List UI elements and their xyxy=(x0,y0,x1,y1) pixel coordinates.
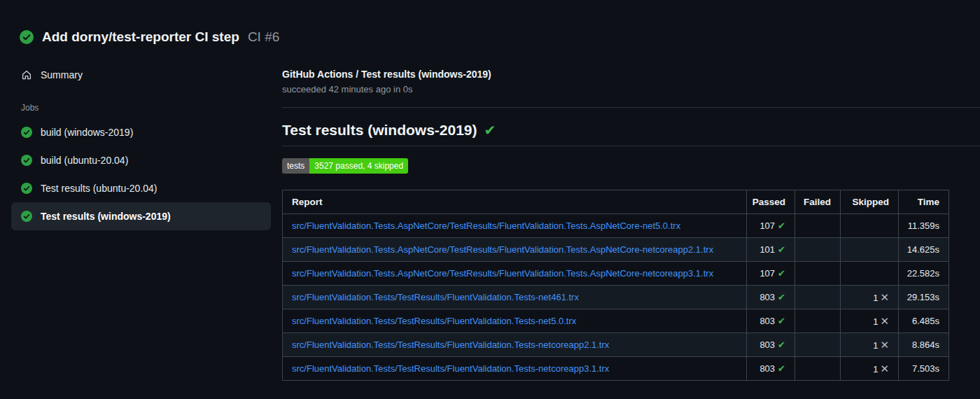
column-header-skipped: Skipped xyxy=(841,190,899,214)
table-row: src/FluentValidation.Tests/TestResults/F… xyxy=(283,357,949,381)
passed-count: 803 xyxy=(760,292,775,302)
sidebar-item-build-ubuntu-20-04[interactable]: build (ubuntu-20.04) xyxy=(11,146,271,174)
table-row: src/FluentValidation.Tests.AspNetCore/Te… xyxy=(283,214,949,238)
run-header: Add dorny/test-reporter CI step CI #6 xyxy=(0,0,980,52)
passed-check-icon: ✔ xyxy=(778,292,785,302)
passed-cell: 101✔ xyxy=(747,238,795,262)
tests-badge-label: tests xyxy=(282,158,309,174)
failed-cell xyxy=(795,357,841,381)
passed-count: 107 xyxy=(760,220,775,231)
passed-check-icon: ✔ xyxy=(778,220,785,231)
skipped-x-icon: ✕ xyxy=(880,315,889,327)
divider xyxy=(282,107,980,108)
sidebar-item-label: Summary xyxy=(41,69,83,80)
skipped-count: 1 xyxy=(873,364,878,374)
home-icon xyxy=(21,69,32,80)
time-cell: 11.359s xyxy=(899,214,949,238)
workflow-run-title: Add dorny/test-reporter CI step xyxy=(42,29,239,45)
passed-count: 101 xyxy=(760,244,775,255)
failed-cell xyxy=(795,333,841,357)
passed-check-icon: ✔ xyxy=(778,316,785,326)
report-heading: Test results (windows-2019) ✔ xyxy=(282,122,980,146)
report-heading-title: Test results (windows-2019) xyxy=(282,122,477,139)
passed-cell: 107✔ xyxy=(747,262,795,286)
tests-badge-value: 3527 passed, 4 skipped xyxy=(309,158,408,174)
skipped-x-icon: ✕ xyxy=(880,363,889,374)
job-title: GitHub Actions / Test results (windows-2… xyxy=(282,69,948,80)
failed-cell xyxy=(795,262,841,286)
sidebar-item-test-results-ubuntu-20-04[interactable]: Test results (ubuntu-20.04) xyxy=(11,174,271,202)
main-content: GitHub Actions / Test results (windows-2… xyxy=(282,52,980,381)
failed-cell xyxy=(795,238,841,262)
success-check-circle-icon xyxy=(21,211,32,222)
passed-count: 803 xyxy=(760,316,775,326)
report-link[interactable]: src/FluentValidation.Tests/TestResults/F… xyxy=(292,292,579,302)
passed-cell: 803✔ xyxy=(747,333,795,357)
passed-count: 803 xyxy=(760,340,775,350)
report-cell: src/FluentValidation.Tests/TestResults/F… xyxy=(283,357,747,381)
passed-cell: 803✔ xyxy=(747,309,795,333)
passed-cell: 107✔ xyxy=(747,214,795,238)
passed-check-icon: ✔ xyxy=(778,244,785,255)
skipped-cell: 1✕ xyxy=(841,333,899,357)
workflow-run-number: CI #6 xyxy=(248,29,279,45)
time-cell: 8.864s xyxy=(899,333,949,357)
skipped-cell: 1✕ xyxy=(841,309,899,333)
jobs-section-label: Jobs xyxy=(0,97,282,118)
skipped-count: 1 xyxy=(873,316,878,327)
report-cell: src/FluentValidation.Tests.AspNetCore/Te… xyxy=(283,262,747,286)
success-check-circle-icon xyxy=(21,127,32,138)
sidebar-item-test-results-windows-2019[interactable]: Test results (windows-2019) xyxy=(11,202,271,230)
success-check-circle-icon xyxy=(21,183,32,194)
passed-check-icon: ✔ xyxy=(778,340,785,350)
report-cell: src/FluentValidation.Tests/TestResults/F… xyxy=(283,333,747,357)
sidebar-item-label: build (ubuntu-20.04) xyxy=(41,155,128,166)
report-cell: src/FluentValidation.Tests.AspNetCore/Te… xyxy=(283,214,747,238)
skipped-count: 1 xyxy=(873,340,878,351)
skipped-cell: 1✕ xyxy=(841,286,899,309)
report-cell: src/FluentValidation.Tests/TestResults/F… xyxy=(283,286,747,309)
report-link[interactable]: src/FluentValidation.Tests/TestResults/F… xyxy=(292,340,609,350)
sidebar-item-label: Test results (ubuntu-20.04) xyxy=(41,183,158,194)
skipped-count: 1 xyxy=(873,293,878,303)
time-cell: 6.485s xyxy=(899,309,949,333)
table-row: src/FluentValidation.Tests/TestResults/F… xyxy=(283,333,949,357)
passed-cell: 803✔ xyxy=(747,357,795,381)
failed-cell xyxy=(795,309,841,333)
sidebar-item-build-windows-2019[interactable]: build (windows-2019) xyxy=(11,118,271,146)
job-summary-block: GitHub Actions / Test results (windows-2… xyxy=(282,52,980,94)
sidebar-item-label: build (windows-2019) xyxy=(41,127,133,138)
sidebar-item-summary[interactable]: Summary xyxy=(11,62,271,88)
table-row: src/FluentValidation.Tests.AspNetCore/Te… xyxy=(283,238,949,262)
table-row: src/FluentValidation.Tests/TestResults/F… xyxy=(283,286,949,309)
failed-cell xyxy=(795,286,841,309)
report-cell: src/FluentValidation.Tests/TestResults/F… xyxy=(283,309,747,333)
heading-success-check-icon: ✔ xyxy=(484,123,496,137)
job-status-text: succeeded 42 minutes ago in 0s xyxy=(282,84,948,94)
skipped-cell xyxy=(841,238,899,262)
sidebar: Summary Jobs build (windows-2019) build … xyxy=(0,52,282,381)
failed-cell xyxy=(795,214,841,238)
test-results-table: Report Passed Failed Skipped Time src/Fl… xyxy=(282,190,949,381)
skipped-cell xyxy=(841,262,899,286)
report-link[interactable]: src/FluentValidation.Tests/TestResults/F… xyxy=(292,316,576,326)
report-link[interactable]: src/FluentValidation.Tests.AspNetCore/Te… xyxy=(292,244,713,255)
report-link[interactable]: src/FluentValidation.Tests.AspNetCore/Te… xyxy=(292,268,713,279)
column-header-passed: Passed xyxy=(747,190,795,214)
passed-cell: 803✔ xyxy=(747,286,795,309)
passed-check-icon: ✔ xyxy=(778,363,785,374)
skipped-x-icon: ✕ xyxy=(880,291,889,303)
time-cell: 22.582s xyxy=(899,262,949,286)
report-link[interactable]: src/FluentValidation.Tests/TestResults/F… xyxy=(292,363,609,374)
time-cell: 29.153s xyxy=(899,286,949,309)
report-cell: src/FluentValidation.Tests.AspNetCore/Te… xyxy=(283,238,747,262)
success-check-circle-icon xyxy=(21,155,32,166)
column-header-report: Report xyxy=(283,190,747,214)
passed-count: 107 xyxy=(760,268,775,279)
report-link[interactable]: src/FluentValidation.Tests.AspNetCore/Te… xyxy=(292,220,680,231)
skipped-x-icon: ✕ xyxy=(880,339,889,351)
passed-count: 803 xyxy=(760,363,775,374)
sidebar-item-label: Test results (windows-2019) xyxy=(41,211,171,222)
skipped-cell xyxy=(841,214,899,238)
time-cell: 14.625s xyxy=(899,238,949,262)
